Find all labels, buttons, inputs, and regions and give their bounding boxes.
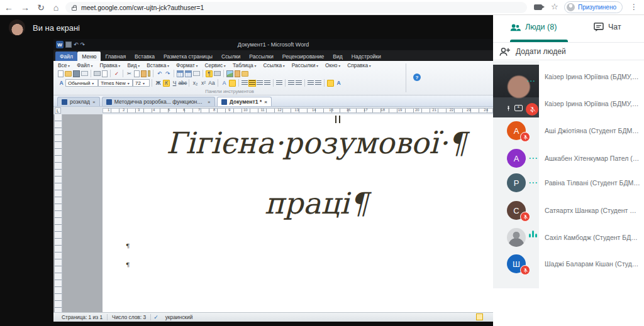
ribbon-tab-menu[interactable]: Меню — [77, 52, 101, 61]
print-icon[interactable] — [94, 71, 101, 76]
redo-toolbar-icon[interactable]: ↷ — [164, 70, 171, 77]
font-dropdown[interactable]: Times New — [98, 79, 133, 87]
picture-in-picture-icon[interactable] — [514, 105, 523, 111]
browser-menu-icon[interactable]: ⋮ — [630, 3, 638, 11]
url-text[interactable]: meet.google.com/cwr-ujtn-jck?authuser=1 — [81, 4, 204, 11]
home-icon[interactable]: ⌂ — [50, 1, 62, 14]
insert-table-icon[interactable] — [177, 70, 184, 77]
tab-selector-button[interactable]: L — [55, 107, 61, 114]
menu-all[interactable]: Все — [58, 62, 70, 68]
horizontal-ruler[interactable]: L 1 2 3 4 5 6 7 8 9 10 11 12 13 14 15 16… — [53, 107, 493, 114]
email-icon[interactable] — [81, 71, 88, 76]
text-effects-button[interactable]: А — [335, 80, 342, 87]
participant-name[interactable]: Равіна Тілвані (Студент БДМ… — [545, 179, 640, 187]
ribbon-tab-home[interactable]: Главная — [101, 52, 130, 61]
participant-name[interactable]: Аші Джіотіяна (Студент БДМ… — [545, 127, 640, 134]
highlight-button[interactable] — [229, 80, 236, 87]
menu-view[interactable]: Вид — [127, 62, 140, 68]
participant-name[interactable]: Ашкабен Хітенкумар Пател (… — [545, 155, 640, 162]
menu-help[interactable]: Справка — [347, 62, 371, 68]
ribbon-tab-insert[interactable]: Вставка — [130, 52, 159, 61]
menu-file[interactable]: Файл — [77, 62, 92, 68]
participant-name[interactable]: Шаджі Баларам Кішан (Студ… — [545, 260, 640, 268]
undo-icon[interactable]: ↶ — [74, 41, 79, 48]
save-toolbar-icon[interactable] — [73, 70, 80, 77]
cut-icon[interactable]: ✂ — [126, 70, 133, 77]
tab-chat[interactable]: Чат — [594, 23, 621, 31]
redo-icon[interactable]: ↷ — [80, 41, 86, 48]
participant-name[interactable]: Сахіл Камбодж (Студент БД… — [545, 234, 640, 241]
font-color-button[interactable]: А — [221, 80, 228, 87]
print-layout-view-button[interactable] — [476, 313, 483, 320]
document-page[interactable]: Гігієна·розумової·¶ праці¶ ¶ ¶ — [103, 114, 493, 312]
change-case-button[interactable]: Aa — [208, 80, 215, 87]
address-bar[interactable]: meet.google.com/cwr-ujtn-jck?authuser=1 — [65, 2, 527, 13]
bold-button[interactable]: Ж — [155, 80, 162, 87]
italic-button[interactable]: К — [163, 80, 170, 87]
overflow-dots-icon[interactable]: ··· — [529, 154, 538, 163]
word-app-icon[interactable]: W — [56, 41, 64, 48]
menu-tools[interactable]: Сервис — [205, 62, 226, 68]
align-right-button[interactable] — [257, 80, 263, 86]
increase-indent-button[interactable] — [315, 80, 321, 86]
overflow-dots-icon[interactable]: ··· — [529, 178, 538, 187]
language-status[interactable]: украинский — [161, 314, 197, 320]
subscript-button[interactable]: x₂ — [192, 80, 199, 87]
forward-icon[interactable]: → — [19, 1, 31, 14]
zoom-icon[interactable] — [214, 71, 221, 76]
bookmark-star-icon[interactable]: ☆ — [551, 2, 558, 11]
paste-icon[interactable] — [141, 70, 147, 77]
spelling-icon[interactable]: ✓ — [113, 70, 120, 77]
decrease-indent-button[interactable] — [308, 80, 314, 86]
ribbon-tab-links[interactable]: Ссылки — [217, 52, 245, 61]
doc-tab-rozklad[interactable]: розклад × — [57, 97, 100, 106]
participant-name[interactable]: Каізер Ірина Юріївна (БДМУ, … — [545, 100, 640, 107]
document-title-line1[interactable]: Гігієна·розумової·¶ — [140, 128, 492, 158]
menu-link[interactable]: Ссылка — [263, 62, 284, 68]
camera-permission-icon[interactable] — [534, 4, 542, 10]
pin-icon[interactable] — [506, 106, 511, 111]
borders-button[interactable] — [327, 80, 334, 87]
new-document-icon[interactable] — [58, 70, 64, 77]
align-center-button[interactable] — [249, 80, 255, 86]
mic-muted-icon[interactable] — [526, 103, 538, 116]
ribbon-tab-layout[interactable]: Разметка страницы — [159, 52, 217, 61]
save-icon[interactable] — [65, 41, 72, 48]
tab-people[interactable]: Люди (8) — [510, 23, 557, 31]
show-formatting-marks-icon[interactable]: ¶ — [206, 70, 213, 77]
ribbon-tab-file[interactable]: Файл — [55, 52, 77, 61]
numbered-list-button[interactable] — [288, 80, 294, 86]
word-titlebar[interactable]: W ↶ ↷ Документ1 - Microsoft Word — [53, 39, 493, 50]
ribbon-tab-review[interactable]: Рецензирование — [278, 52, 328, 61]
menu-window[interactable]: Окно — [325, 62, 340, 68]
help-icon[interactable]: ? — [413, 73, 421, 81]
doc-tab-dokument1[interactable]: Документ1 * × — [217, 97, 272, 106]
participant-name[interactable]: Сатяартх Шанкар (Студент Б… — [545, 207, 640, 214]
menu-table[interactable]: Таблица — [233, 62, 257, 68]
close-tab-icon[interactable]: × — [92, 99, 96, 105]
ribbon-tab-addins[interactable]: Надстройки — [347, 52, 386, 61]
menu-format[interactable]: Формат — [176, 62, 197, 68]
justify-button[interactable] — [264, 80, 270, 86]
styles-pane-icon[interactable]: А — [58, 80, 65, 87]
pinned-video-thumbnail[interactable]: ··· — [493, 65, 539, 117]
participant-name[interactable]: Каізер Ірина Юріївна (БДМУ, … — [545, 73, 640, 80]
participant-avatar[interactable] — [507, 228, 526, 247]
word-count-status[interactable]: Число слов: 3 — [108, 314, 151, 320]
more-options-dots-icon[interactable]: ··· — [527, 77, 536, 85]
undo-toolbar-icon[interactable]: ↶ — [156, 70, 163, 77]
ribbon-tab-mailings[interactable]: Рассылки — [245, 52, 278, 61]
menu-mailings[interactable]: Рассылки — [292, 62, 318, 68]
profile-paused-button[interactable]: Призупинено — [564, 1, 623, 13]
columns-icon[interactable] — [193, 71, 200, 76]
line-spacing-button[interactable] — [276, 80, 282, 86]
font-size-dropdown[interactable]: 72 — [133, 79, 150, 87]
reload-icon[interactable]: ↻ — [35, 1, 47, 14]
close-tab-icon[interactable]: × — [264, 99, 267, 105]
spellcheck-status-icon[interactable]: ✓ — [151, 314, 161, 320]
add-people-button[interactable]: Додати людей — [493, 43, 644, 60]
vertical-ruler[interactable] — [55, 114, 62, 312]
back-icon[interactable]: ← — [3, 1, 15, 14]
insert-picture-icon[interactable] — [226, 70, 233, 77]
open-icon[interactable] — [65, 71, 72, 77]
